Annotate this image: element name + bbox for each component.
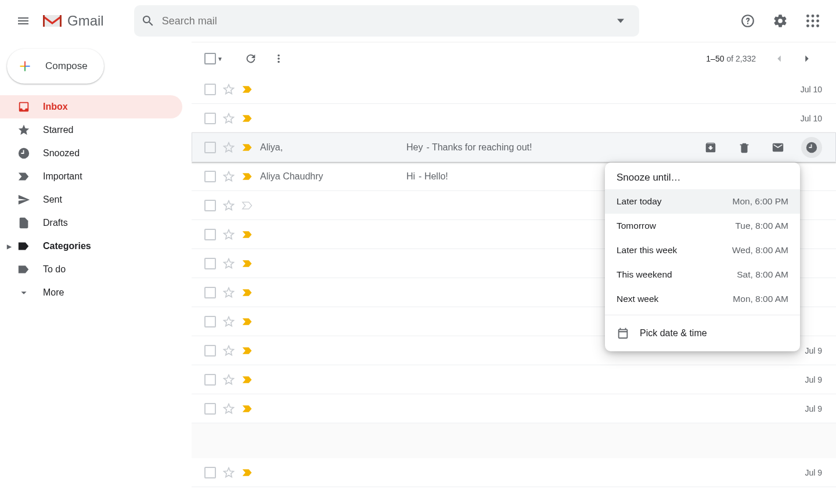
search-options-button[interactable] — [609, 9, 632, 33]
important-marker-icon[interactable] — [242, 201, 253, 210]
star-outline-icon[interactable] — [223, 229, 235, 240]
app-logo[interactable]: Gmail — [42, 13, 104, 29]
mail-row[interactable]: Jul 10 — [192, 75, 836, 104]
select-all-checkbox[interactable]: ▼ — [204, 53, 223, 64]
mail-row[interactable]: Jul 9 — [192, 394, 836, 423]
important-marker-icon[interactable] — [242, 317, 253, 326]
divider — [605, 315, 800, 315]
row-checkbox[interactable] — [204, 200, 216, 211]
important-marker-icon[interactable] — [242, 346, 253, 355]
app-name: Gmail — [67, 13, 104, 29]
delete-button[interactable] — [734, 137, 755, 158]
sidebar-item-label: Snoozed — [43, 148, 80, 159]
sidebar-item-snoozed[interactable]: Snoozed — [0, 142, 182, 165]
support-button[interactable] — [734, 7, 762, 35]
mail-row[interactable]: Aliya,Hey - Thanks for reaching out! — [192, 133, 836, 162]
snooze-option-label: This weekend — [617, 269, 672, 280]
sidebar-item-important[interactable]: Important — [0, 165, 182, 188]
important-marker-icon[interactable] — [242, 85, 253, 94]
row-checkbox[interactable] — [204, 171, 216, 182]
next-page-button[interactable] — [794, 46, 820, 71]
important-marker-icon[interactable] — [242, 259, 253, 268]
snooze-option-time: Sat, 8:00 AM — [737, 269, 788, 280]
mail-icon — [772, 141, 784, 154]
compose-button[interactable]: Compose — [7, 49, 104, 84]
mail-row[interactable]: Jul 10 — [192, 104, 836, 133]
star-outline-icon[interactable] — [223, 84, 235, 95]
star-outline-icon[interactable] — [223, 345, 235, 357]
snooze-option[interactable]: TomorrowTue, 8:00 AM — [605, 214, 800, 238]
main-menu-button[interactable] — [9, 7, 37, 35]
sidebar-item-categories[interactable]: ▶ Categories — [0, 235, 182, 258]
row-checkbox[interactable] — [204, 287, 216, 298]
row-checkbox[interactable] — [204, 84, 216, 95]
svg-point-2 — [816, 15, 819, 17]
sidebar-item-todo[interactable]: To do — [0, 258, 182, 281]
star-outline-icon[interactable] — [223, 316, 235, 327]
row-checkbox[interactable] — [204, 316, 216, 327]
row-checkbox[interactable] — [204, 229, 216, 240]
star-outline-icon[interactable] — [223, 467, 235, 478]
sidebar-item-sent[interactable]: Sent — [0, 188, 182, 211]
search-input[interactable] — [162, 5, 602, 37]
star-icon — [17, 124, 30, 136]
important-marker-icon[interactable] — [242, 468, 253, 477]
row-checkbox[interactable] — [204, 374, 216, 386]
snooze-option-time: Tue, 8:00 AM — [735, 221, 788, 231]
gear-icon — [773, 13, 788, 28]
star-outline-icon[interactable] — [223, 142, 235, 153]
calendar-icon — [617, 327, 629, 340]
row-checkbox[interactable] — [204, 142, 216, 153]
sidebar-item-label: Starred — [43, 125, 73, 135]
mail-date: Jul 9 — [805, 404, 823, 413]
snooze-option[interactable]: Later this weekWed, 8:00 AM — [605, 238, 800, 262]
prev-page-button[interactable] — [766, 46, 792, 71]
star-outline-icon[interactable] — [223, 258, 235, 269]
trash-icon — [738, 141, 751, 154]
snooze-button[interactable] — [801, 137, 822, 158]
sidebar-item-label: Important — [43, 171, 82, 182]
sidebar-item-starred[interactable]: Starred — [0, 118, 182, 142]
svg-point-8 — [816, 24, 819, 27]
star-outline-icon[interactable] — [223, 403, 235, 415]
sidebar-item-more[interactable]: More — [0, 281, 182, 304]
important-marker-icon[interactable] — [242, 288, 253, 297]
google-apps-button[interactable] — [799, 7, 827, 35]
svg-point-5 — [816, 20, 819, 23]
clock-icon — [17, 147, 30, 160]
snooze-pick-date-time[interactable]: Pick date & time — [605, 319, 800, 348]
compose-label: Compose — [45, 60, 88, 72]
star-outline-icon[interactable] — [223, 113, 235, 124]
refresh-button[interactable] — [238, 46, 264, 71]
star-outline-icon[interactable] — [223, 287, 235, 298]
mail-row[interactable]: Jul 9 — [192, 365, 836, 394]
important-marker-icon[interactable] — [242, 404, 253, 413]
sidebar-item-inbox[interactable]: Inbox — [0, 95, 182, 118]
search-bar[interactable] — [134, 5, 639, 37]
more-actions-button[interactable] — [266, 46, 291, 71]
mark-unread-button[interactable] — [767, 137, 788, 158]
important-marker-icon[interactable] — [242, 230, 253, 239]
star-outline-icon[interactable] — [223, 171, 235, 182]
mail-row[interactable]: Jul 9 — [192, 458, 836, 487]
label-icon — [17, 263, 30, 276]
send-icon — [17, 193, 30, 206]
important-marker-icon[interactable] — [242, 172, 253, 181]
row-checkbox[interactable] — [204, 258, 216, 269]
row-checkbox[interactable] — [204, 403, 216, 415]
star-outline-icon[interactable] — [223, 200, 235, 211]
important-marker-icon[interactable] — [242, 143, 253, 152]
important-marker-icon[interactable] — [242, 114, 253, 123]
snooze-option[interactable]: Next weekMon, 8:00 AM — [605, 287, 800, 311]
row-checkbox[interactable] — [204, 467, 216, 478]
row-checkbox[interactable] — [204, 113, 216, 124]
snooze-option[interactable]: Later todayMon, 6:00 PM — [605, 189, 800, 214]
sidebar-item-label: Sent — [43, 195, 62, 205]
important-marker-icon[interactable] — [242, 375, 253, 384]
snooze-option[interactable]: This weekendSat, 8:00 AM — [605, 262, 800, 287]
row-checkbox[interactable] — [204, 345, 216, 357]
sidebar-item-drafts[interactable]: Drafts — [0, 211, 182, 235]
star-outline-icon[interactable] — [223, 374, 235, 386]
settings-button[interactable] — [766, 7, 794, 35]
archive-button[interactable] — [700, 137, 721, 158]
